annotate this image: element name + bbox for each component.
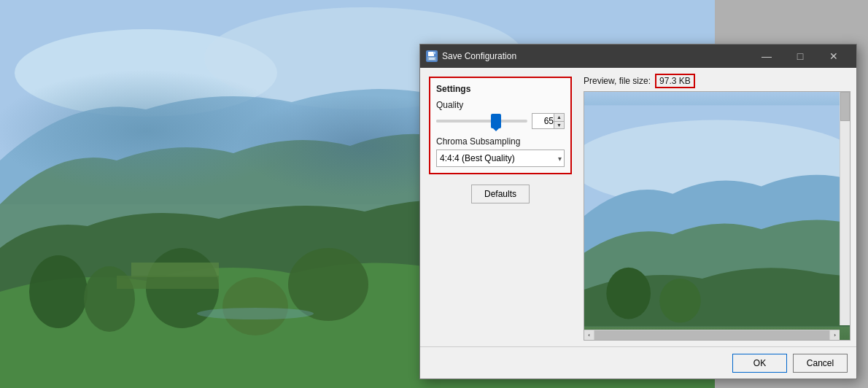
quality-spinner: ▲ ▼ [554, 114, 564, 128]
defaults-row: Defaults [429, 185, 572, 203]
chroma-select-wrap: 4:4:4 (Best Quality) 4:2:2 4:2:0 ▾ [436, 150, 565, 167]
svg-point-11 [197, 308, 314, 319]
svg-point-8 [288, 248, 368, 321]
preview-scrollbar-horizontal[interactable]: ‹ › [584, 330, 840, 340]
quality-input-wrap: ▲ ▼ [532, 113, 565, 129]
slider-thumb[interactable] [491, 114, 501, 128]
svg-rect-14 [433, 52, 435, 54]
right-panel: Preview, file size: 97.3 KB [581, 68, 856, 346]
defaults-button[interactable]: Defaults [471, 185, 530, 203]
scroll-left-button[interactable]: ‹ [584, 330, 594, 341]
dialog-footer: OK Cancel [420, 346, 856, 379]
svg-rect-10 [117, 276, 219, 289]
preview-scrollbar-vertical[interactable] [840, 92, 850, 325]
dialog-icon [426, 50, 438, 62]
svg-point-5 [84, 266, 135, 332]
svg-rect-9 [131, 263, 219, 277]
scroll-right-button[interactable]: › [829, 330, 840, 341]
preview-filesize: 97.3 KB [655, 74, 695, 88]
preview-image-wrap[interactable]: ‹ › [584, 91, 850, 341]
svg-point-20 [659, 279, 701, 323]
svg-point-4 [29, 255, 88, 328]
quality-slider-container: ▲ ▼ [436, 113, 565, 129]
ok-button[interactable]: OK [732, 354, 787, 373]
close-button[interactable]: ✕ [817, 44, 850, 68]
quality-decrement[interactable]: ▼ [554, 122, 564, 129]
minimize-button[interactable]: — [750, 44, 783, 68]
settings-box: Settings Quality ▲ ▼ [429, 77, 572, 174]
chroma-label: Chroma Subsampling [436, 136, 565, 147]
settings-label: Settings [436, 84, 565, 94]
cancel-button[interactable]: Cancel [793, 354, 848, 373]
svg-rect-16 [429, 58, 435, 60]
preview-scrollbar-thumb-vertical[interactable] [840, 92, 850, 121]
preview-header: Preview, file size: 97.3 KB [584, 74, 850, 88]
preview-scrollbar-thumb-horizontal[interactable] [594, 330, 829, 340]
chroma-select[interactable]: 4:4:4 (Best Quality) 4:2:2 4:2:0 [436, 150, 565, 167]
maximize-button[interactable]: □ [783, 44, 817, 68]
dialog-title: Save Configuration [442, 51, 750, 61]
title-bar: Save Configuration — □ ✕ [420, 44, 856, 68]
save-configuration-dialog: Save Configuration — □ ✕ Settings Qualit… [419, 44, 857, 379]
svg-point-19 [606, 268, 651, 319]
preview-label: Preview, file size: [584, 76, 651, 86]
left-panel: Settings Quality ▲ ▼ [420, 68, 581, 346]
quality-label: Quality [436, 100, 565, 110]
svg-point-7 [222, 277, 288, 335]
svg-point-1 [15, 29, 277, 117]
svg-rect-13 [428, 52, 434, 56]
dialog-content: Settings Quality ▲ ▼ [420, 68, 856, 346]
quality-slider[interactable] [436, 120, 527, 123]
quality-increment[interactable]: ▲ [554, 114, 564, 122]
svg-point-6 [146, 248, 219, 328]
preview-image [584, 92, 850, 340]
title-bar-controls: — □ ✕ [750, 44, 850, 68]
